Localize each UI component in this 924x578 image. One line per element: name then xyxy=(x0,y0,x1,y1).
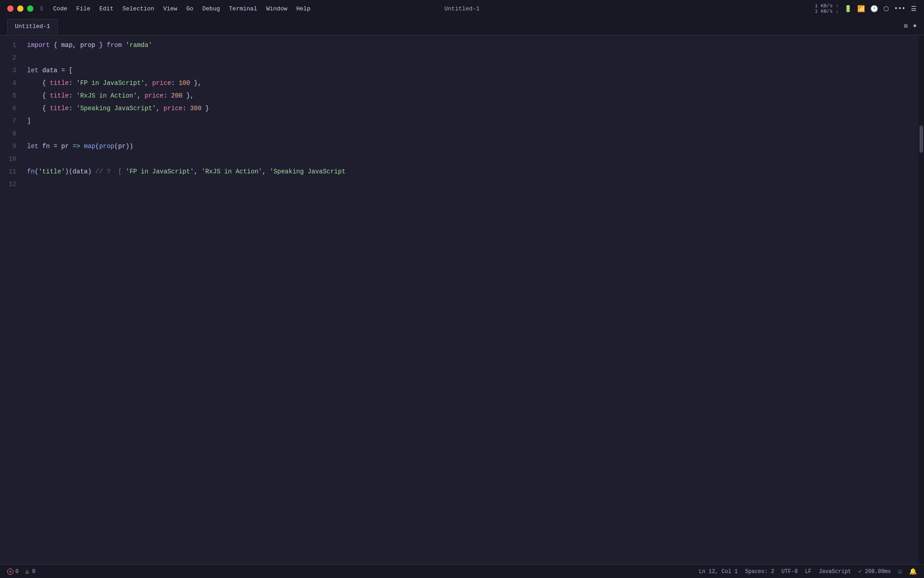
token-arrow: => xyxy=(73,143,80,150)
encoding[interactable]: UTF-8 xyxy=(781,569,798,575)
line-number: 4 xyxy=(0,77,27,89)
token-plain: )) xyxy=(126,143,134,150)
token-plain: }, xyxy=(190,79,201,87)
wifi-icon: 📶 xyxy=(857,5,865,13)
token-plain: ( xyxy=(35,168,38,175)
menu-file[interactable]: File xyxy=(73,5,94,13)
menu-go[interactable]: Go xyxy=(183,5,197,13)
token-plain: = [ xyxy=(57,67,73,74)
token-plain: pr xyxy=(61,143,69,150)
editor-container: 1import { map, prop } from 'ramda'23let … xyxy=(0,35,924,564)
warning-number: 0 xyxy=(32,569,35,575)
token-plain: pr xyxy=(118,143,126,150)
token-plain: map, prop xyxy=(61,42,96,49)
clock-icon: 🕐 xyxy=(870,5,878,13)
token-plain xyxy=(69,143,72,150)
split-editor-icon[interactable]: ⊞ xyxy=(904,22,907,30)
token-plain xyxy=(38,67,42,74)
menu-terminal[interactable]: Terminal xyxy=(226,5,261,13)
traffic-lights xyxy=(7,5,33,12)
titlebar:  Code File Edit Selection View Go Debug… xyxy=(0,0,924,17)
token-plain: fn xyxy=(42,143,50,150)
menu-selection[interactable]: Selection xyxy=(119,5,157,13)
token-plain: ) xyxy=(88,168,95,175)
feedback-icon[interactable]: ☺ xyxy=(898,568,902,575)
menu-debug[interactable]: Debug xyxy=(199,5,224,13)
statusbar-right: Ln 12, Col 1 Spaces: 2 UTF-8 LF JavaScri… xyxy=(699,568,917,575)
token-str: 'FP in JavaScript' xyxy=(125,168,194,175)
line-number: 12 xyxy=(0,178,27,191)
token-plain: : xyxy=(69,92,76,99)
code-line-9: 9let fn = pr => map(prop(pr)) xyxy=(0,140,919,153)
token-plain: ] xyxy=(27,117,31,125)
token-plain: , xyxy=(137,92,145,99)
minimize-button[interactable] xyxy=(17,5,23,12)
scrollbar-thumb[interactable] xyxy=(919,126,923,153)
statusbar: ✕ 0 △ 0 Ln 12, Col 1 Spaces: 2 UTF-8 LF … xyxy=(0,564,924,578)
battery-icon: 🔋 xyxy=(844,5,852,13)
token-num: 100 xyxy=(179,79,190,87)
token-str: 'Speaking JavaScript' xyxy=(76,105,156,112)
token-kw: import xyxy=(27,42,50,49)
editor-tab[interactable]: Untitled-1 xyxy=(7,19,58,34)
notification-icon[interactable]: 🔔 xyxy=(909,568,917,575)
error-icon: ✕ xyxy=(7,569,14,575)
menu-window[interactable]: Window xyxy=(263,5,291,13)
menu-edit[interactable]: Edit xyxy=(96,5,117,13)
more-actions-icon[interactable]: ● xyxy=(913,22,917,30)
code-line-7: 7] xyxy=(0,115,919,127)
token-str: 'title' xyxy=(38,168,65,175)
close-button[interactable] xyxy=(7,5,14,12)
line-number: 10 xyxy=(0,153,27,165)
menu-help[interactable]: Help xyxy=(293,5,314,13)
menu-view[interactable]: View xyxy=(160,5,181,13)
language-mode[interactable]: JavaScript xyxy=(819,569,851,575)
error-count[interactable]: ✕ 0 xyxy=(7,569,18,575)
token-plain: ( xyxy=(95,143,99,150)
code-line-5: 5 { title: 'RxJS in Action', price: 200 … xyxy=(0,89,919,102)
warning-count[interactable]: △ 0 xyxy=(24,569,35,575)
code-line-12: 12 xyxy=(0,178,919,191)
token-plain: { xyxy=(27,79,50,87)
line-number: 9 xyxy=(0,140,27,153)
finder-icon: ⬡ xyxy=(883,5,889,13)
code-line-1: 1import { map, prop } from 'ramda' xyxy=(0,39,919,51)
list-icon: ☰ xyxy=(911,5,917,13)
token-plain: , xyxy=(144,79,152,87)
titlebar-right: 1 KB/s ↑1 KB/s ↓ 🔋 📶 🕐 ⬡ ••• ☰ xyxy=(815,3,917,14)
code-line-6: 6 { title: 'Speaking JavaScript', price:… xyxy=(0,102,919,115)
token-plain: data xyxy=(73,168,88,175)
code-line-2: 2 xyxy=(0,51,919,64)
token-comment: // ? [ xyxy=(95,168,122,175)
editor-toolbar: ⊞ ● xyxy=(904,22,917,30)
token-plain: : xyxy=(183,105,190,112)
line-number: 6 xyxy=(0,102,27,115)
line-number: 7 xyxy=(0,115,27,127)
token-str: 'RxJS in Action' xyxy=(76,92,137,99)
token-plain xyxy=(266,168,269,175)
code-line-3: 3let data = [ xyxy=(0,64,919,77)
token-plain: data xyxy=(42,67,58,74)
titlebar-left:  Code File Edit Selection View Go Debug… xyxy=(7,5,314,13)
token-plain: { xyxy=(27,92,50,99)
code-line-8: 8 xyxy=(0,127,919,140)
cursor-position[interactable]: Ln 12, Col 1 xyxy=(699,569,738,575)
line-content: let fn = pr => map(prop(pr)) xyxy=(27,140,910,153)
token-kw: let xyxy=(27,143,38,150)
token-plain xyxy=(198,168,201,175)
token-plain: }, xyxy=(183,92,194,99)
line-content: ] xyxy=(27,115,910,127)
spaces-setting[interactable]: Spaces: 2 xyxy=(745,569,774,575)
error-number: 0 xyxy=(15,569,18,575)
menu-code[interactable]: Code xyxy=(50,5,71,13)
token-prop: price xyxy=(164,105,183,112)
line-content: { title: 'Speaking JavaScript', price: 3… xyxy=(27,102,910,115)
line-ending[interactable]: LF xyxy=(805,569,811,575)
editor-content[interactable]: 1import { map, prop } from 'ramda'23let … xyxy=(0,35,919,564)
token-plain: , xyxy=(194,168,198,175)
line-number: 3 xyxy=(0,64,27,77)
apple-menu[interactable]:  xyxy=(37,5,48,13)
token-plain: : xyxy=(164,92,171,99)
maximize-button[interactable] xyxy=(27,5,33,12)
vertical-scrollbar[interactable] xyxy=(919,35,924,564)
